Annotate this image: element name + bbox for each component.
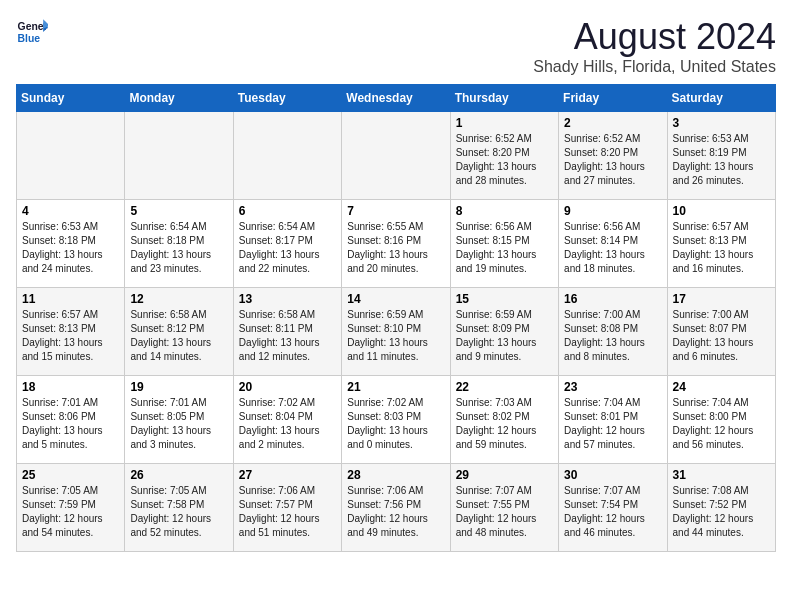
calendar-cell: 21Sunrise: 7:02 AM Sunset: 8:03 PM Dayli… (342, 376, 450, 464)
weekday-header-tuesday: Tuesday (233, 85, 341, 112)
calendar-cell: 16Sunrise: 7:00 AM Sunset: 8:08 PM Dayli… (559, 288, 667, 376)
day-info: Sunrise: 7:02 AM Sunset: 8:03 PM Dayligh… (347, 396, 444, 452)
calendar-cell: 28Sunrise: 7:06 AM Sunset: 7:56 PM Dayli… (342, 464, 450, 552)
day-info: Sunrise: 7:06 AM Sunset: 7:56 PM Dayligh… (347, 484, 444, 540)
calendar-cell: 12Sunrise: 6:58 AM Sunset: 8:12 PM Dayli… (125, 288, 233, 376)
day-info: Sunrise: 6:52 AM Sunset: 8:20 PM Dayligh… (456, 132, 553, 188)
day-number: 29 (456, 468, 553, 482)
day-info: Sunrise: 7:03 AM Sunset: 8:02 PM Dayligh… (456, 396, 553, 452)
day-number: 28 (347, 468, 444, 482)
weekday-header-sunday: Sunday (17, 85, 125, 112)
calendar-cell: 11Sunrise: 6:57 AM Sunset: 8:13 PM Dayli… (17, 288, 125, 376)
day-info: Sunrise: 6:53 AM Sunset: 8:18 PM Dayligh… (22, 220, 119, 276)
calendar-cell: 27Sunrise: 7:06 AM Sunset: 7:57 PM Dayli… (233, 464, 341, 552)
day-info: Sunrise: 7:01 AM Sunset: 8:05 PM Dayligh… (130, 396, 227, 452)
day-info: Sunrise: 6:59 AM Sunset: 8:10 PM Dayligh… (347, 308, 444, 364)
day-info: Sunrise: 7:08 AM Sunset: 7:52 PM Dayligh… (673, 484, 770, 540)
calendar-cell: 10Sunrise: 6:57 AM Sunset: 8:13 PM Dayli… (667, 200, 775, 288)
day-number: 17 (673, 292, 770, 306)
calendar-cell (17, 112, 125, 200)
day-number: 23 (564, 380, 661, 394)
day-number: 25 (22, 468, 119, 482)
day-info: Sunrise: 6:52 AM Sunset: 8:20 PM Dayligh… (564, 132, 661, 188)
day-info: Sunrise: 6:56 AM Sunset: 8:15 PM Dayligh… (456, 220, 553, 276)
day-number: 8 (456, 204, 553, 218)
calendar-cell: 13Sunrise: 6:58 AM Sunset: 8:11 PM Dayli… (233, 288, 341, 376)
calendar-table: SundayMondayTuesdayWednesdayThursdayFrid… (16, 84, 776, 552)
day-info: Sunrise: 6:53 AM Sunset: 8:19 PM Dayligh… (673, 132, 770, 188)
day-number: 6 (239, 204, 336, 218)
day-number: 2 (564, 116, 661, 130)
day-number: 21 (347, 380, 444, 394)
title-area: August 2024 Shady Hills, Florida, United… (533, 16, 776, 76)
weekday-header-thursday: Thursday (450, 85, 558, 112)
calendar-cell: 15Sunrise: 6:59 AM Sunset: 8:09 PM Dayli… (450, 288, 558, 376)
day-info: Sunrise: 7:02 AM Sunset: 8:04 PM Dayligh… (239, 396, 336, 452)
day-number: 27 (239, 468, 336, 482)
day-info: Sunrise: 6:54 AM Sunset: 8:17 PM Dayligh… (239, 220, 336, 276)
day-info: Sunrise: 7:06 AM Sunset: 7:57 PM Dayligh… (239, 484, 336, 540)
calendar-cell: 4Sunrise: 6:53 AM Sunset: 8:18 PM Daylig… (17, 200, 125, 288)
svg-text:Blue: Blue (18, 33, 41, 44)
calendar-cell: 29Sunrise: 7:07 AM Sunset: 7:55 PM Dayli… (450, 464, 558, 552)
week-row-3: 11Sunrise: 6:57 AM Sunset: 8:13 PM Dayli… (17, 288, 776, 376)
calendar-cell (342, 112, 450, 200)
calendar-cell: 24Sunrise: 7:04 AM Sunset: 8:00 PM Dayli… (667, 376, 775, 464)
day-number: 15 (456, 292, 553, 306)
day-number: 12 (130, 292, 227, 306)
day-info: Sunrise: 6:58 AM Sunset: 8:11 PM Dayligh… (239, 308, 336, 364)
day-number: 10 (673, 204, 770, 218)
calendar-cell: 7Sunrise: 6:55 AM Sunset: 8:16 PM Daylig… (342, 200, 450, 288)
calendar-cell: 30Sunrise: 7:07 AM Sunset: 7:54 PM Dayli… (559, 464, 667, 552)
calendar-cell: 3Sunrise: 6:53 AM Sunset: 8:19 PM Daylig… (667, 112, 775, 200)
day-number: 20 (239, 380, 336, 394)
day-info: Sunrise: 7:04 AM Sunset: 8:00 PM Dayligh… (673, 396, 770, 452)
day-info: Sunrise: 6:59 AM Sunset: 8:09 PM Dayligh… (456, 308, 553, 364)
day-number: 13 (239, 292, 336, 306)
calendar-cell: 18Sunrise: 7:01 AM Sunset: 8:06 PM Dayli… (17, 376, 125, 464)
day-number: 18 (22, 380, 119, 394)
calendar-cell: 14Sunrise: 6:59 AM Sunset: 8:10 PM Dayli… (342, 288, 450, 376)
day-number: 16 (564, 292, 661, 306)
day-info: Sunrise: 7:01 AM Sunset: 8:06 PM Dayligh… (22, 396, 119, 452)
day-info: Sunrise: 7:07 AM Sunset: 7:54 PM Dayligh… (564, 484, 661, 540)
week-row-2: 4Sunrise: 6:53 AM Sunset: 8:18 PM Daylig… (17, 200, 776, 288)
calendar-cell (233, 112, 341, 200)
week-row-5: 25Sunrise: 7:05 AM Sunset: 7:59 PM Dayli… (17, 464, 776, 552)
day-number: 9 (564, 204, 661, 218)
logo: General Blue (16, 16, 48, 48)
day-number: 30 (564, 468, 661, 482)
day-info: Sunrise: 6:56 AM Sunset: 8:14 PM Dayligh… (564, 220, 661, 276)
header: General Blue August 2024 Shady Hills, Fl… (16, 16, 776, 76)
calendar-cell: 17Sunrise: 7:00 AM Sunset: 8:07 PM Dayli… (667, 288, 775, 376)
day-number: 3 (673, 116, 770, 130)
day-number: 31 (673, 468, 770, 482)
calendar-cell: 22Sunrise: 7:03 AM Sunset: 8:02 PM Dayli… (450, 376, 558, 464)
day-number: 26 (130, 468, 227, 482)
day-info: Sunrise: 7:00 AM Sunset: 8:07 PM Dayligh… (673, 308, 770, 364)
day-info: Sunrise: 7:04 AM Sunset: 8:01 PM Dayligh… (564, 396, 661, 452)
calendar-cell: 5Sunrise: 6:54 AM Sunset: 8:18 PM Daylig… (125, 200, 233, 288)
day-info: Sunrise: 7:07 AM Sunset: 7:55 PM Dayligh… (456, 484, 553, 540)
calendar-cell: 2Sunrise: 6:52 AM Sunset: 8:20 PM Daylig… (559, 112, 667, 200)
calendar-cell: 19Sunrise: 7:01 AM Sunset: 8:05 PM Dayli… (125, 376, 233, 464)
calendar-subtitle: Shady Hills, Florida, United States (533, 58, 776, 76)
calendar-cell: 9Sunrise: 6:56 AM Sunset: 8:14 PM Daylig… (559, 200, 667, 288)
day-info: Sunrise: 6:57 AM Sunset: 8:13 PM Dayligh… (22, 308, 119, 364)
day-number: 14 (347, 292, 444, 306)
calendar-cell: 23Sunrise: 7:04 AM Sunset: 8:01 PM Dayli… (559, 376, 667, 464)
day-number: 22 (456, 380, 553, 394)
calendar-cell: 8Sunrise: 6:56 AM Sunset: 8:15 PM Daylig… (450, 200, 558, 288)
weekday-header-monday: Monday (125, 85, 233, 112)
day-info: Sunrise: 7:00 AM Sunset: 8:08 PM Dayligh… (564, 308, 661, 364)
weekday-header-saturday: Saturday (667, 85, 775, 112)
calendar-cell: 26Sunrise: 7:05 AM Sunset: 7:58 PM Dayli… (125, 464, 233, 552)
day-info: Sunrise: 7:05 AM Sunset: 7:59 PM Dayligh… (22, 484, 119, 540)
day-number: 19 (130, 380, 227, 394)
day-info: Sunrise: 6:55 AM Sunset: 8:16 PM Dayligh… (347, 220, 444, 276)
day-number: 5 (130, 204, 227, 218)
calendar-title: August 2024 (533, 16, 776, 58)
weekday-header-friday: Friday (559, 85, 667, 112)
calendar-cell: 6Sunrise: 6:54 AM Sunset: 8:17 PM Daylig… (233, 200, 341, 288)
week-row-4: 18Sunrise: 7:01 AM Sunset: 8:06 PM Dayli… (17, 376, 776, 464)
